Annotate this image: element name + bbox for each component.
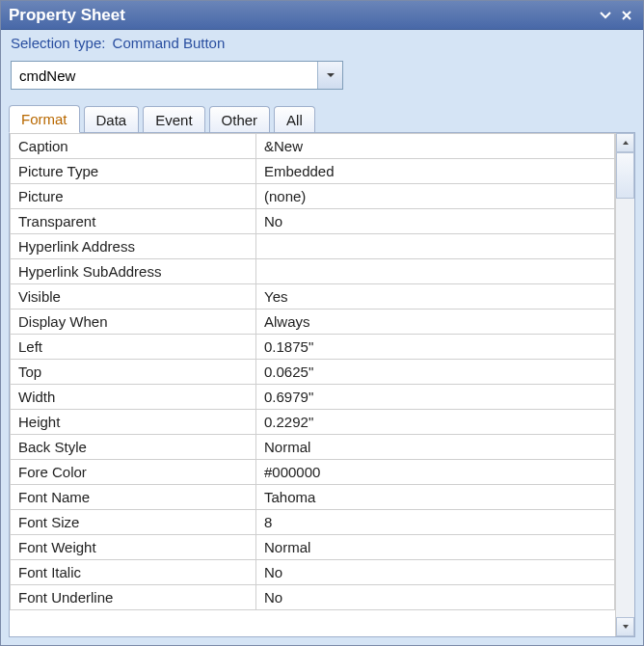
property-row: TransparentNo bbox=[11, 209, 615, 234]
property-value[interactable]: Normal bbox=[256, 435, 615, 460]
object-selector-dropdown-button[interactable] bbox=[317, 62, 342, 89]
property-name[interactable]: Caption bbox=[11, 134, 256, 159]
vertical-scrollbar[interactable] bbox=[615, 133, 634, 636]
property-value[interactable]: Always bbox=[256, 310, 615, 335]
property-row: Font Size8 bbox=[11, 510, 615, 535]
property-name[interactable]: Font Weight bbox=[11, 535, 256, 560]
property-row: Font NameTahoma bbox=[11, 485, 615, 510]
property-row: Height0.2292" bbox=[11, 410, 615, 435]
property-name[interactable]: Fore Color bbox=[11, 460, 256, 485]
property-name[interactable]: Top bbox=[11, 360, 256, 385]
property-value[interactable]: 0.2292" bbox=[256, 410, 615, 435]
property-name[interactable]: Font Italic bbox=[11, 560, 256, 585]
chevron-down-icon bbox=[621, 622, 631, 632]
property-sheet-window: Property Sheet Selection type: Command B… bbox=[0, 0, 644, 646]
property-name[interactable]: Picture Type bbox=[11, 159, 256, 184]
property-row: Picture TypeEmbedded bbox=[11, 159, 615, 184]
property-row: Width0.6979" bbox=[11, 385, 615, 410]
object-selector-row bbox=[1, 51, 643, 99]
property-value[interactable]: No bbox=[256, 209, 615, 234]
property-name[interactable]: Left bbox=[11, 335, 256, 360]
property-row: Font UnderlineNo bbox=[11, 585, 615, 610]
property-value[interactable] bbox=[256, 259, 615, 284]
property-table: Caption&NewPicture TypeEmbeddedPicture(n… bbox=[10, 133, 615, 610]
property-row: Display WhenAlways bbox=[11, 310, 615, 335]
property-name[interactable]: Back Style bbox=[11, 435, 256, 460]
scroll-down-button[interactable] bbox=[616, 617, 634, 636]
property-grid-wrap: Caption&NewPicture TypeEmbeddedPicture(n… bbox=[9, 132, 635, 637]
object-selector[interactable] bbox=[11, 61, 343, 90]
property-name[interactable]: Hyperlink SubAddress bbox=[11, 259, 256, 284]
property-value[interactable]: #000000 bbox=[256, 460, 615, 485]
property-value[interactable]: 8 bbox=[256, 510, 615, 535]
property-value[interactable]: Yes bbox=[256, 284, 615, 310]
property-row: Left0.1875" bbox=[11, 335, 615, 360]
property-value[interactable]: 0.6979" bbox=[256, 385, 615, 410]
property-value[interactable]: (none) bbox=[256, 184, 615, 209]
property-row: Font WeightNormal bbox=[11, 535, 615, 560]
property-value[interactable]: Tahoma bbox=[256, 485, 615, 510]
property-name[interactable]: Width bbox=[11, 385, 256, 410]
property-name[interactable]: Font Underline bbox=[11, 585, 256, 610]
property-row: Font ItalicNo bbox=[11, 560, 615, 585]
scroll-track[interactable] bbox=[616, 152, 634, 617]
property-name[interactable]: Font Size bbox=[11, 510, 256, 535]
tab-all[interactable]: All bbox=[274, 106, 315, 133]
property-value[interactable]: 0.1875" bbox=[256, 335, 615, 360]
tab-format[interactable]: Format bbox=[9, 105, 80, 133]
property-value[interactable]: Embedded bbox=[256, 159, 615, 184]
property-value[interactable]: &New bbox=[256, 134, 615, 159]
property-name[interactable]: Transparent bbox=[11, 209, 256, 234]
scroll-up-button[interactable] bbox=[616, 133, 634, 152]
close-icon[interactable] bbox=[618, 7, 635, 24]
property-row: Caption&New bbox=[11, 134, 615, 159]
property-name[interactable]: Hyperlink Address bbox=[11, 234, 256, 259]
property-row: Picture(none) bbox=[11, 184, 615, 209]
window-title: Property Sheet bbox=[9, 6, 593, 25]
property-name[interactable]: Picture bbox=[11, 184, 256, 209]
property-name[interactable]: Display When bbox=[11, 310, 256, 335]
chevron-down-icon bbox=[325, 69, 336, 81]
property-row: Fore Color#000000 bbox=[11, 460, 615, 485]
property-row: Top0.0625" bbox=[11, 360, 615, 385]
selection-type-value: Command Button bbox=[113, 35, 226, 51]
property-row: Back StyleNormal bbox=[11, 435, 615, 460]
object-selector-input[interactable] bbox=[12, 62, 317, 89]
property-name[interactable]: Height bbox=[11, 410, 256, 435]
tab-data[interactable]: Data bbox=[84, 106, 140, 133]
property-value[interactable]: 0.0625" bbox=[256, 360, 615, 385]
selection-type-label: Selection type: bbox=[11, 35, 105, 51]
titlebar: Property Sheet bbox=[1, 1, 643, 30]
property-name[interactable]: Visible bbox=[11, 284, 256, 310]
property-value[interactable] bbox=[256, 234, 615, 259]
property-grid: Caption&NewPicture TypeEmbeddedPicture(n… bbox=[10, 133, 615, 636]
property-row: Hyperlink SubAddress bbox=[11, 259, 615, 284]
property-row: VisibleYes bbox=[11, 284, 615, 310]
chevron-up-icon bbox=[621, 138, 631, 148]
property-value[interactable]: No bbox=[256, 585, 615, 610]
tab-bar: FormatDataEventOtherAll bbox=[1, 99, 643, 132]
selection-type-row: Selection type: Command Button bbox=[1, 30, 643, 51]
property-value[interactable]: No bbox=[256, 560, 615, 585]
scroll-thumb[interactable] bbox=[616, 152, 634, 199]
property-name[interactable]: Font Name bbox=[11, 485, 256, 510]
property-value[interactable]: Normal bbox=[256, 535, 615, 560]
minimize-icon[interactable] bbox=[597, 7, 614, 24]
tab-other[interactable]: Other bbox=[209, 106, 271, 133]
property-row: Hyperlink Address bbox=[11, 234, 615, 259]
tab-event[interactable]: Event bbox=[143, 106, 204, 133]
